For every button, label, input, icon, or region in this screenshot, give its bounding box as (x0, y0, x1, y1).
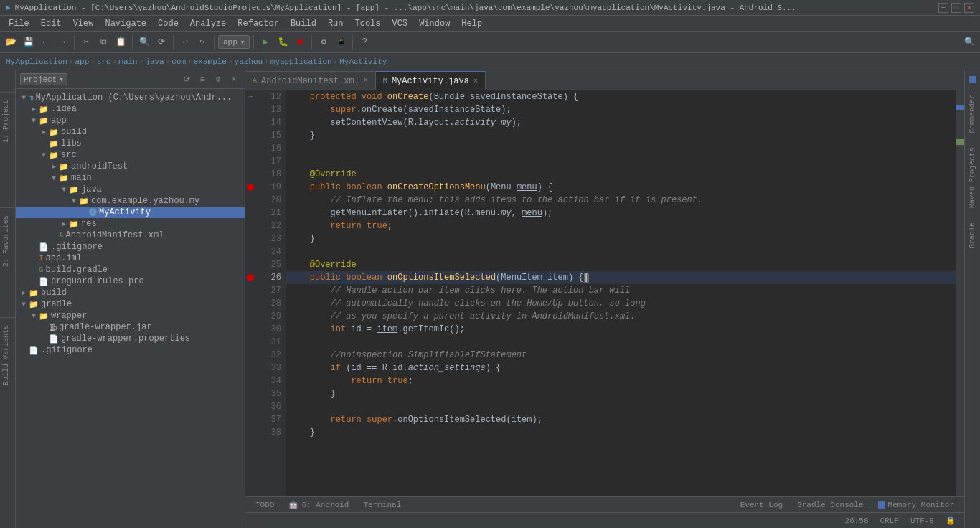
app-selector[interactable]: app ▾ (218, 35, 250, 49)
tab-todo[interactable]: TODO (248, 497, 281, 512)
toolbar-save[interactable]: 💾 (20, 34, 36, 50)
menu-run[interactable]: Run (322, 17, 349, 30)
minimize-button[interactable]: — (938, 3, 948, 13)
toolbar-help[interactable]: ? (357, 34, 372, 50)
status-lock[interactable]: 🔒 (943, 516, 958, 525)
stop-button[interactable]: ■ (292, 34, 308, 50)
toolbar-redo[interactable]: ↪ (194, 34, 210, 50)
tree-src[interactable]: ▼ 📁 src (16, 149, 245, 161)
nav-example[interactable]: example (194, 57, 227, 66)
window-controls: — ❐ ✕ (938, 3, 974, 13)
panel-collapse[interactable]: ≡ (196, 73, 209, 86)
run-button[interactable]: ▶ (258, 34, 273, 50)
toolbar-replace[interactable]: ⟳ (154, 34, 169, 50)
status-position[interactable]: 26:58 (842, 517, 872, 525)
nav-yazhou[interactable]: yazhou (235, 57, 263, 66)
menu-build[interactable]: Build (285, 17, 322, 30)
tree-myactivity[interactable]: 🅒 MyActivity (16, 207, 245, 218)
tree-manifest[interactable]: A AndroidManifest.xml (16, 230, 245, 241)
tab-myactivity[interactable]: M MyActivity.java × (376, 71, 486, 90)
toolbar-cut[interactable]: ✂ (78, 34, 94, 50)
tree-package[interactable]: ▼ 📁 com.example.yazhou.my (16, 195, 245, 207)
avd-manager[interactable]: 📱 (333, 34, 349, 50)
code-content[interactable]: protected void onCreate(Bundle savedInst… (286, 90, 956, 496)
tab-commander[interactable]: Commander (967, 89, 978, 139)
menu-refactor[interactable]: Refactor (232, 17, 285, 30)
menu-file[interactable]: File (3, 17, 35, 30)
tab-favorites[interactable]: 2: Favorites (0, 207, 15, 274)
tree-proguard[interactable]: 📄 proguard-rules.pro (16, 275, 245, 287)
tree-main[interactable]: ▼ 📁 main (16, 172, 245, 184)
panel-hide[interactable]: × (227, 73, 240, 86)
tree-gradlejar[interactable]: 🗜 gradle-wrapper.jar (16, 321, 245, 333)
tree-gitignore-root-label: .gitignore (41, 345, 93, 355)
tab-terminal[interactable]: Terminal (356, 497, 408, 512)
tree-androidtest[interactable]: ▶ 📁 androidTest (16, 161, 245, 172)
tab-myactivity-close[interactable]: × (473, 77, 478, 85)
tree-appiml[interactable]: I app.iml (16, 253, 245, 264)
menu-navigate[interactable]: Navigate (99, 17, 152, 30)
panel-settings[interactable]: ⚙ (212, 73, 225, 86)
nav-java[interactable]: java (145, 57, 164, 66)
tree-buildgradle[interactable]: G build.gradle (16, 264, 245, 275)
menu-help[interactable]: Help (456, 17, 488, 30)
nav-app[interactable]: app (75, 57, 89, 66)
nav-myactivity[interactable]: MyActivity (339, 57, 387, 66)
project-dropdown[interactable]: Project ▾ (20, 73, 67, 85)
ln-31: 31 (255, 336, 286, 349)
toolbar-undo[interactable]: ↩ (177, 34, 193, 50)
nav-main[interactable]: main (118, 57, 137, 66)
tree-res[interactable]: ▶ 📁 res (16, 218, 245, 230)
sdk-manager[interactable]: ⚙ (316, 34, 331, 50)
nav-myapplication2[interactable]: myapplication (270, 57, 332, 66)
tab-eventlog[interactable]: Event Log (733, 497, 790, 512)
tree-gitignore-app[interactable]: 📄 .gitignore (16, 241, 245, 253)
tab-gradleconsole[interactable]: Gradle Console (790, 497, 870, 512)
close-button[interactable]: ✕ (964, 3, 974, 13)
tree-root[interactable]: ▼ ⊞ MyApplication (C:\Users\yazhou\Andr.… (16, 92, 245, 103)
toolbar-copy[interactable]: ⧉ (95, 34, 111, 50)
gutter-bp-26[interactable] (245, 271, 255, 284)
menu-vcs[interactable]: VCS (387, 17, 414, 30)
tab-androidmanifest[interactable]: A AndroidManifest.xml × (245, 71, 376, 90)
tree-wrapper[interactable]: ▼ 📁 wrapper (16, 310, 245, 321)
status-linesep[interactable]: CRLF (877, 517, 902, 525)
tree-build-inner[interactable]: ▶ 📁 build (16, 126, 245, 138)
menu-window[interactable]: Window (413, 17, 456, 30)
tab-project[interactable]: 1: Project (0, 92, 15, 150)
tree-java[interactable]: ▼ 📁 java (16, 184, 245, 195)
nav-src[interactable]: src (97, 57, 111, 66)
toolbar-open[interactable]: 📂 (3, 34, 19, 50)
menu-analyze[interactable]: Analyze (184, 17, 232, 30)
panel-sync[interactable]: ⟳ (180, 73, 193, 86)
toolbar-search-global[interactable]: 🔍 (961, 34, 977, 50)
toolbar-back[interactable]: ← (37, 34, 53, 50)
status-encoding[interactable]: UTF-8 (908, 517, 937, 525)
gutter-bp-19[interactable] (245, 181, 255, 194)
nav-com[interactable]: com (171, 57, 186, 66)
toolbar-paste[interactable]: 📋 (113, 34, 128, 50)
tree-gradle[interactable]: ▼ 📁 gradle (16, 298, 245, 310)
tree-libs[interactable]: 📁 libs (16, 138, 245, 149)
menu-view[interactable]: View (67, 17, 100, 30)
menu-tools[interactable]: Tools (349, 17, 387, 30)
toolbar-forward[interactable]: → (55, 34, 70, 50)
gutter-bp-12[interactable]: → (245, 90, 255, 103)
tab-build-variants[interactable]: Build Variants (0, 317, 15, 392)
tree-build-root[interactable]: ▶ 📁 build (16, 287, 245, 298)
menu-code[interactable]: Code (152, 17, 184, 30)
nav-myapplication[interactable]: MyApplication (6, 57, 67, 66)
menu-edit[interactable]: Edit (35, 17, 67, 30)
tab-android[interactable]: 🤖 6: Android (281, 497, 356, 512)
tab-androidmanifest-close[interactable]: × (364, 77, 368, 85)
tab-gradle[interactable]: Gradle (967, 217, 978, 254)
tab-memorymonitor[interactable]: Memory Monitor (871, 497, 961, 512)
debug-button[interactable]: 🐛 (275, 34, 291, 50)
tree-gradleprops[interactable]: 📄 gradle-wrapper.properties (16, 333, 245, 344)
maximize-button[interactable]: ❐ (951, 3, 961, 13)
tree-idea[interactable]: ▶ 📁 .idea (16, 103, 245, 115)
tab-maven[interactable]: Maven Projects (967, 142, 978, 214)
tree-app[interactable]: ▼ 📁 app (16, 115, 245, 126)
tree-gitignore-root[interactable]: 📄 .gitignore (16, 344, 245, 356)
toolbar-search[interactable]: 🔍 (136, 34, 152, 50)
